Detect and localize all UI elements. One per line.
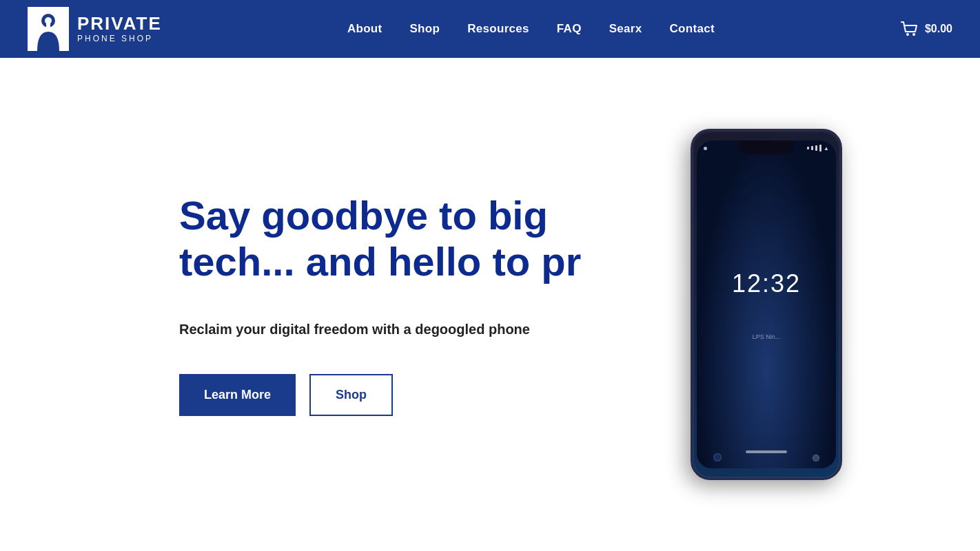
learn-more-button[interactable]: Learn More	[179, 374, 296, 416]
hero-phone-image: ▲ 12:32 LPS Nin...	[691, 129, 842, 480]
logo-brand: PRIVATE	[77, 14, 162, 32]
phone-home-indicator	[746, 450, 787, 453]
svg-rect-3	[46, 23, 50, 30]
phone-camera-bottom	[813, 455, 819, 461]
nav-resources[interactable]: Resources	[467, 22, 529, 36]
phone-bottom-left	[713, 453, 722, 461]
screen-background	[697, 141, 836, 468]
nav-about[interactable]: About	[347, 22, 382, 36]
nav-shop[interactable]: Shop	[409, 22, 440, 36]
phone-screen: ▲ 12:32 LPS Nin...	[697, 141, 836, 468]
cart-icon	[900, 21, 919, 37]
logo-sub: PHONE SHOP	[77, 34, 162, 43]
hero-content: Say goodbye to big tech... and hello to …	[179, 193, 593, 416]
phone-mockup: ▲ 12:32 LPS Nin...	[691, 129, 842, 480]
volume-up-button	[691, 200, 692, 220]
logo-text: PRIVATE PHONE SHOP	[77, 14, 162, 43]
nav-contact[interactable]: Contact	[670, 22, 715, 36]
volume-down-button	[691, 231, 692, 258]
cart-total: $0.00	[925, 23, 952, 35]
shop-button[interactable]: Shop	[309, 374, 393, 416]
logo-link[interactable]: PRIVATE PHONE SHOP	[28, 7, 162, 51]
hero-title: Say goodbye to big tech... and hello to …	[179, 193, 593, 284]
svg-point-4	[906, 33, 909, 36]
main-nav: About Shop Resources FAQ Searx Contact	[347, 22, 715, 36]
logo-icon	[28, 7, 69, 51]
svg-point-5	[912, 33, 915, 36]
hero-buttons: Learn More Shop	[179, 374, 593, 416]
phone-time-sub: LPS Nin...	[753, 333, 781, 340]
phone-notch	[739, 141, 794, 154]
power-button	[841, 214, 842, 248]
header: PRIVATE PHONE SHOP About Shop Resources …	[0, 0, 980, 58]
nav-faq[interactable]: FAQ	[557, 22, 582, 36]
cart-button[interactable]: $0.00	[900, 21, 952, 37]
hero-subtitle: Reclaim your digital freedom with a dego…	[179, 319, 593, 340]
phone-time: 12:32	[732, 269, 801, 298]
status-right: ▲	[807, 145, 829, 152]
nav-searx[interactable]: Searx	[609, 22, 642, 36]
status-left	[704, 147, 707, 150]
hero-section: Say goodbye to big tech... and hello to …	[0, 58, 980, 551]
